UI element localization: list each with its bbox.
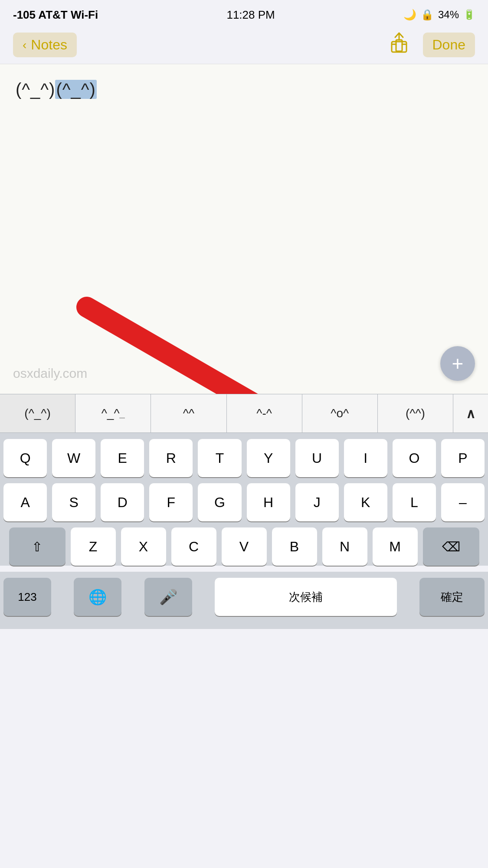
confirm-key[interactable]: 確定 [419,578,485,616]
key-k[interactable]: K [344,483,387,521]
shift-key[interactable]: ⇧ [9,527,66,566]
key-q[interactable]: Q [3,439,47,477]
note-content[interactable]: (^_^)(^_^) [0,64,488,394]
key-p[interactable]: P [441,439,485,477]
key-n[interactable]: N [322,527,367,566]
key-j[interactable]: J [295,483,339,521]
key-t[interactable]: T [198,439,241,477]
autocomplete-chevron[interactable]: ∧ [453,394,488,432]
keyboard-row-2: A S D F G H J K L – [3,483,485,521]
chevron-left-icon: ‹ [23,38,26,52]
key-f[interactable]: F [149,483,193,521]
autocomplete-item-2[interactable]: ^^ [151,394,226,432]
key-h[interactable]: H [247,483,290,521]
nav-bar: ‹ Notes Done [0,26,488,64]
back-label: Notes [31,37,67,53]
done-button[interactable]: Done [423,33,475,57]
note-text-plain: (^_^) [16,80,55,99]
note-text[interactable]: (^_^)(^_^) [16,77,472,102]
lock-icon: 🔒 [421,9,434,21]
time-text: 11:28 PM [226,8,275,22]
battery-icon: 🔋 [463,9,475,20]
status-bar: -105 AT&T Wi-Fi 11:28 PM 🌙 🔒 34% 🔋 [0,0,488,26]
key-l[interactable]: L [393,483,436,521]
delete-key[interactable]: ⌫ [423,527,479,566]
autocomplete-bar: (^_^) ^_^_ ^^ ^-^ ^o^ (^^) ∧ [0,394,488,433]
svg-rect-3 [392,42,406,52]
moon-icon: 🌙 [403,9,416,21]
mic-key[interactable]: 🎤 [144,578,192,616]
autocomplete-item-4[interactable]: ^o^ [302,394,378,432]
share-button[interactable] [388,32,410,58]
key-u[interactable]: U [295,439,339,477]
key-x[interactable]: X [121,527,166,566]
keyboard-row-1: Q W E R T Y U I O P [3,439,485,477]
key-d[interactable]: D [101,483,144,521]
keyboard: Q W E R T Y U I O P A S D F G H J K L – … [0,433,488,566]
key-w[interactable]: W [52,439,95,477]
autocomplete-item-3[interactable]: ^-^ [227,394,302,432]
autocomplete-item-1[interactable]: ^_^_ [75,394,151,432]
plus-icon: + [452,354,464,373]
space-key[interactable]: 次候補 [215,578,397,616]
keyboard-row-3: ⇧ Z X C V B N M ⌫ [3,527,485,566]
key-o[interactable]: O [393,439,436,477]
key-a[interactable]: A [3,483,47,521]
autocomplete-item-0[interactable]: (^_^) [0,394,75,432]
key-i[interactable]: I [344,439,387,477]
key-z[interactable]: Z [71,527,116,566]
key-b[interactable]: B [272,527,317,566]
key-m[interactable]: M [373,527,418,566]
status-right: 🌙 🔒 34% 🔋 [403,9,475,21]
note-area[interactable]: (^_^)(^_^) + osxdaily.com [0,64,488,394]
note-text-selected: (^_^) [55,80,96,99]
back-button[interactable]: ‹ Notes [13,33,77,57]
num-switch-key[interactable]: 123 [3,578,51,616]
share-icon [388,32,410,58]
key-r[interactable]: R [149,439,193,477]
key-e[interactable]: E [101,439,144,477]
carrier-text: -105 AT&T Wi-Fi [13,8,98,22]
key-s[interactable]: S [52,483,95,521]
keyboard-bottom-bar: 123 🌐 🎤 次候補 確定 [0,572,488,629]
autocomplete-item-5[interactable]: (^^) [378,394,453,432]
add-note-button[interactable]: + [440,346,475,381]
key-y[interactable]: Y [247,439,290,477]
battery-text: 34% [438,9,459,21]
key-c[interactable]: C [171,527,216,566]
nav-actions: Done [388,32,475,58]
key-g[interactable]: G [198,483,241,521]
key-v[interactable]: V [222,527,267,566]
key-dash[interactable]: – [441,483,485,521]
globe-key[interactable]: 🌐 [74,578,121,616]
